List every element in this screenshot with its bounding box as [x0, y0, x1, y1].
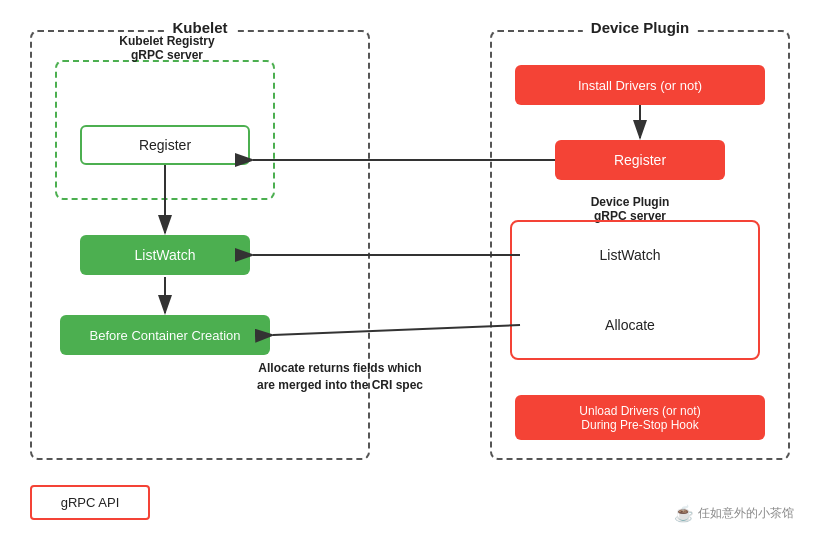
allocate-device-plugin: Allocate [520, 305, 740, 345]
install-drivers-button: Install Drivers (or not) [515, 65, 765, 105]
device-plugin-title: Device Plugin [583, 19, 697, 36]
diagram-container: Kubelet Device Plugin Kubelet Registry g… [0, 0, 834, 538]
register-button-device-plugin: Register [555, 140, 725, 180]
allocate-returns-label: Allocate returns fields which are merged… [240, 360, 440, 394]
device-plugin-grpc-label: Device Plugin gRPC server [530, 195, 730, 223]
watermark: ☕ 任如意外的小茶馆 [674, 504, 794, 523]
before-container-creation-button: Before Container Creation [60, 315, 270, 355]
kubelet-registry-title: Kubelet Registry gRPC server [67, 34, 267, 62]
listwatch-device-plugin: ListWatch [520, 235, 740, 275]
listwatch-button-kubelet: ListWatch [80, 235, 250, 275]
grpc-api-legend: gRPC API [30, 485, 150, 520]
unload-drivers-button: Unload Drivers (or not) During Pre-Stop … [515, 395, 765, 440]
register-button-kubelet: Register [80, 125, 250, 165]
